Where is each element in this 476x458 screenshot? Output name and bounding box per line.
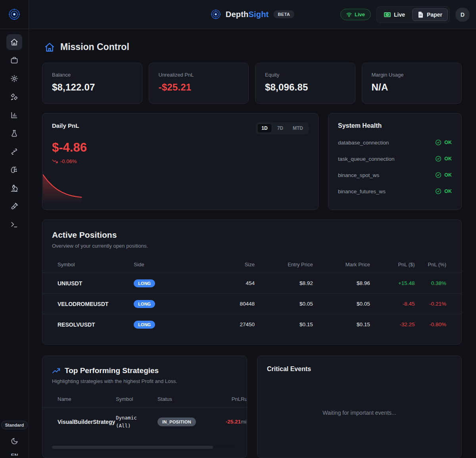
side-badge: LONG <box>134 279 155 287</box>
paper-document-icon <box>418 12 424 18</box>
stat-value: -$25.21 <box>159 82 239 93</box>
moon-icon <box>11 437 18 445</box>
range-mtd-button[interactable]: MTD <box>288 123 307 133</box>
position-row[interactable]: VELODROMEUSDT LONG 80448 $0.05 $0.05 -8.… <box>42 294 461 314</box>
position-size: 27450 <box>198 314 255 335</box>
sidebar-item-research[interactable] <box>6 180 22 196</box>
page-title: Mission Control <box>60 42 129 52</box>
position-row[interactable]: UNIUSDT LONG 454 $8.92 $8.96 +15.48 0.38… <box>42 273 461 294</box>
sidebar-item-analytics[interactable] <box>6 107 22 123</box>
daily-pnl-title: Daily PnL <box>52 122 79 129</box>
theme-toggle[interactable] <box>9 435 21 447</box>
health-item: binance_futures_ws OK <box>338 188 452 194</box>
active-positions-subtitle: Overview of your currently open position… <box>52 243 452 249</box>
active-positions-title: Active Positions <box>52 230 452 240</box>
health-status: OK <box>444 189 452 194</box>
range-7d-button[interactable]: 7D <box>273 123 288 133</box>
col-pnl: PnL <box>207 392 241 408</box>
col-status: Status <box>157 392 207 408</box>
sidebar-item-settings[interactable] <box>6 71 22 87</box>
strategy-symbol: Dynamic (All) <box>116 408 157 436</box>
horizontal-scrollbar[interactable] <box>52 446 237 449</box>
trending-up-icon <box>52 367 61 374</box>
position-size: 80448 <box>198 294 255 314</box>
active-positions-card: Active Positions Overview of your curren… <box>42 219 462 344</box>
range-toggle: 1D 7D MTD <box>256 122 309 134</box>
position-size: 454 <box>198 273 255 294</box>
position-symbol: UNIUSDT <box>42 273 134 294</box>
range-1d-button[interactable]: 1D <box>257 123 272 133</box>
daily-pnl-change: -0.06% <box>52 158 309 164</box>
terminal-icon <box>10 221 18 229</box>
sidebar-item-terminal[interactable] <box>6 217 22 233</box>
col-symbol: Symbol <box>42 258 134 273</box>
sidebar-item-home[interactable] <box>6 34 22 50</box>
radar-logo-icon <box>8 8 20 20</box>
health-name: binance_futures_ws <box>338 189 386 194</box>
health-name: task_queue_connection <box>338 156 395 162</box>
stat-value: $8,122.07 <box>52 82 132 93</box>
col-name: Name <box>42 392 116 408</box>
sidebar-item-briefcase[interactable] <box>6 52 22 68</box>
stat-value: $8,096.85 <box>265 82 345 93</box>
check-circle-icon <box>435 188 441 194</box>
bar-chart-icon <box>10 111 18 119</box>
sidebar-item-signals[interactable] <box>6 144 22 160</box>
sidebar-item-ai[interactable] <box>6 162 22 178</box>
user-avatar[interactable]: D <box>455 8 470 22</box>
health-item: task_queue_connection OK <box>338 156 452 162</box>
sidebar-item-lab[interactable] <box>6 125 22 141</box>
flask-icon <box>10 129 18 137</box>
position-pnl-usd: -8.45 <box>370 294 415 314</box>
strategy-status-badge: IN_POSITION <box>157 418 196 426</box>
stat-value: N/A <box>372 82 452 93</box>
strategies-table: Name Symbol Status PnL Runt VisualBuilde… <box>42 392 247 436</box>
mode-paper-button[interactable]: Paper <box>412 8 448 21</box>
health-item: database_connection OK <box>338 139 452 146</box>
col-symbol: Symbol <box>116 392 157 408</box>
margin-usage-card: Margin Usage N/A <box>362 63 462 104</box>
equity-card: Equity $8,096.85 <box>255 63 355 104</box>
daily-pnl-card: Daily PnL 1D 7D MTD $-4.86 -0.06% <box>42 113 319 210</box>
sidebar-item-builder[interactable] <box>6 89 22 105</box>
strategy-name: VisualBuilderStrategy <box>42 408 116 436</box>
side-badge: LONG <box>134 300 155 308</box>
position-pnl-usd: +15.48 <box>370 273 415 294</box>
strategies-header-row: Name Symbol Status PnL Runt <box>42 392 247 408</box>
system-health-card: System Health database_connection OK tas… <box>328 113 462 210</box>
app-logo[interactable] <box>0 0 29 29</box>
radar-logo-icon <box>211 9 221 19</box>
col-entry: Entry Price <box>255 258 313 273</box>
trending-down-icon <box>52 159 58 164</box>
banknote-icon <box>384 12 391 17</box>
strategy-row[interactable]: VisualBuilderStrategy Dynamic (All) IN_P… <box>42 408 247 436</box>
scrollbar-thumb[interactable] <box>52 446 213 449</box>
check-circle-icon <box>435 139 441 146</box>
connection-status-label: Live <box>355 12 365 17</box>
stat-label: Equity <box>265 72 345 78</box>
daily-pnl-sparkline <box>43 173 301 202</box>
strategies-scroll-area[interactable]: Name Symbol Status PnL Runt VisualBuilde… <box>42 392 247 436</box>
health-item: binance_spot_ws OK <box>338 172 452 178</box>
position-pnl-usd: -32.25 <box>370 314 415 335</box>
position-row[interactable]: RESOLVUSDT LONG 27450 $0.15 $0.15 -32.25… <box>42 314 461 335</box>
avatar-initial: D <box>461 12 464 18</box>
health-name: binance_spot_ws <box>338 172 379 178</box>
main-content: Mission Control Balance $8,122.07 Unreal… <box>29 29 476 458</box>
language-selector[interactable]: EN <box>11 452 18 456</box>
mode-live-button[interactable]: Live <box>378 8 411 21</box>
unrealized-pnl-card: Unrealized PnL -$25.21 <box>149 63 249 104</box>
health-status: OK <box>444 156 452 162</box>
top-strategies-card: Top Performing Strategies Highlighting s… <box>42 356 247 458</box>
briefcase-icon <box>10 56 18 64</box>
sidebar-item-testing[interactable] <box>6 198 22 214</box>
col-runtime: Runt <box>241 392 247 408</box>
test-tube-icon <box>10 202 18 210</box>
position-symbol: VELODROMEUSDT <box>42 294 134 314</box>
col-mark: Mark Price <box>313 258 370 273</box>
top-strategies-title: Top Performing Strategies <box>65 366 159 375</box>
position-entry: $8.92 <box>255 273 313 294</box>
check-circle-icon <box>435 172 441 178</box>
wifi-icon <box>346 12 352 17</box>
side-badge: LONG <box>134 321 155 329</box>
